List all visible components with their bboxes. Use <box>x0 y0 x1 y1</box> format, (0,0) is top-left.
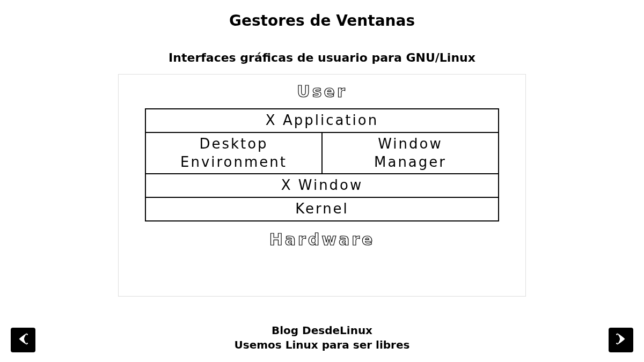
layer-x-application-text: X Application <box>146 109 498 132</box>
diagram-user-label: User <box>119 82 525 101</box>
layer-window-manager-text-1: Window <box>325 135 496 153</box>
layer-desktop-wm: Desktop Environment Window Manager <box>145 132 499 174</box>
layer-kernel-text: Kernel <box>146 198 498 220</box>
layer-x-window-text: X Window <box>146 174 498 197</box>
diagram-stack: X Application Desktop Environment Window… <box>145 108 499 221</box>
diagram-frame: User X Application Desktop Environment W… <box>118 74 526 297</box>
prev-icon <box>15 331 31 349</box>
footer-line-2: Usemos Linux para ser libres <box>0 338 644 352</box>
layer-window-manager: Window Manager <box>321 133 498 174</box>
footer-line-1: Blog DesdeLinux <box>0 323 644 338</box>
layer-desktop-environment-text-2: Environment <box>148 153 319 172</box>
diagram-hardware-label: Hardware <box>119 230 525 249</box>
layer-window-manager-text-2: Manager <box>325 153 496 172</box>
layer-desktop-environment-text-1: Desktop <box>148 135 319 153</box>
layer-desktop-environment: Desktop Environment <box>146 133 321 174</box>
footer: Blog DesdeLinux Usemos Linux para ser li… <box>0 323 644 352</box>
svg-point-1 <box>26 343 28 344</box>
next-icon <box>613 331 629 349</box>
layer-x-window: X Window <box>145 173 499 197</box>
prev-slide-button[interactable] <box>11 328 35 352</box>
next-slide-button[interactable] <box>609 328 633 352</box>
page-title: Gestores de Ventanas <box>0 0 644 29</box>
layer-x-application: X Application <box>145 108 499 132</box>
svg-point-2 <box>616 334 618 335</box>
svg-point-0 <box>26 334 28 335</box>
layer-kernel: Kernel <box>145 197 499 221</box>
svg-point-3 <box>616 343 618 344</box>
page-subtitle: Interfaces gráficas de usuario para GNU/… <box>0 51 644 64</box>
